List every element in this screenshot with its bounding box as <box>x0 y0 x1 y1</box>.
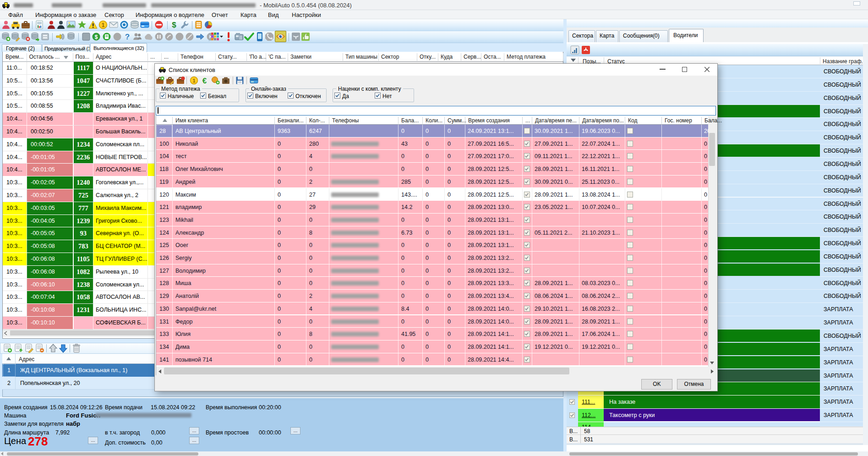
svg-text:1: 1 <box>102 22 105 28</box>
svg-text:$: $ <box>172 21 176 29</box>
svg-text:$: $ <box>95 34 98 40</box>
svg-text:€: € <box>202 77 207 85</box>
svg-text:?: ? <box>125 33 130 41</box>
svg-text:1: 1 <box>192 78 195 83</box>
